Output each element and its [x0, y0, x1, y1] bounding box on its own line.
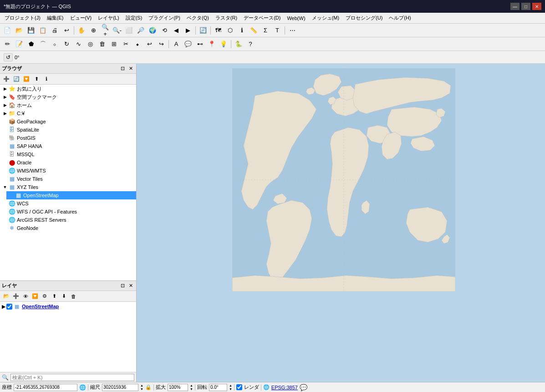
browser-refresh-button[interactable]: 🔄 — [12, 75, 21, 83]
layer-settings-button[interactable]: ⚙ — [40, 292, 49, 300]
scale-spinner[interactable]: ▲ ▼ — [140, 384, 143, 391]
zoom-out-button[interactable]: 🔍- — [112, 25, 122, 36]
python-button[interactable]: 🐍 — [233, 39, 244, 49]
simplify-button[interactable]: ∿ — [73, 39, 84, 49]
digitize-button[interactable]: ✏ — [2, 39, 13, 49]
add-ring-button[interactable]: ◎ — [85, 39, 96, 49]
tree-item-geopackage[interactable]: 📦 GeoPackage — [0, 117, 136, 126]
zoom-previous-button[interactable]: ◀ — [171, 25, 182, 36]
zoom-selected-button[interactable]: ⬜ — [123, 25, 134, 36]
crs-label[interactable]: EPSG:3857 — [271, 385, 298, 390]
rotation-spinner[interactable]: ▲ ▼ — [229, 384, 232, 391]
help-button[interactable]: ? — [245, 39, 256, 49]
tree-item-cdrive[interactable]: ▶ 📁 C:¥ — [0, 109, 136, 117]
filter-layer-button[interactable]: 🔽 — [31, 292, 40, 300]
print-button[interactable]: 🖨 — [49, 25, 60, 36]
layers-panel-close-button[interactable]: ✕ — [127, 282, 134, 290]
menu-database[interactable]: データベース(D) — [241, 14, 283, 22]
zoom-next-button[interactable]: ▶ — [183, 25, 194, 36]
menu-processing[interactable]: プロセシング(U) — [343, 14, 385, 22]
browser-info-button[interactable]: ℹ — [42, 75, 51, 83]
scale-up-icon[interactable]: ▲ — [140, 384, 143, 387]
merge-button[interactable]: ⊞ — [108, 39, 119, 49]
magnify-down-icon[interactable]: ▼ — [190, 387, 193, 391]
vertex-button[interactable]: ⬥ — [132, 39, 143, 49]
move-down-button[interactable]: ⬇ — [59, 292, 68, 300]
move-up-button[interactable]: ⬆ — [50, 292, 59, 300]
add-layer-button[interactable]: ➕ — [11, 292, 20, 300]
open-project-button[interactable]: 📂 — [14, 25, 25, 36]
menu-layer[interactable]: レイヤ(L) — [95, 14, 122, 22]
zoom-layer-button[interactable]: 🔎 — [135, 25, 146, 36]
browser-panel-close-button[interactable]: ✕ — [127, 65, 134, 72]
menu-help[interactable]: ヘルプ(H) — [386, 14, 413, 22]
measure-button[interactable]: 📏 — [248, 25, 259, 36]
tree-item-spatialite[interactable]: 🗄 SpatiaLite — [0, 126, 136, 134]
tree-item-xyz-tiles[interactable]: ▼ ▦ XYZ Tiles — [0, 183, 136, 191]
tree-item-home[interactable]: ▶ 🏠 ホーム — [0, 101, 136, 109]
open-layer-button[interactable]: 📂 — [2, 292, 11, 300]
more-button[interactable]: ⋯ — [287, 25, 298, 36]
menu-plugins[interactable]: プラグイン(P) — [146, 14, 183, 22]
menu-view[interactable]: ビュー(V) — [67, 14, 95, 22]
menu-mesh[interactable]: メッシュ(M) — [309, 14, 342, 22]
menu-edit[interactable]: 編集(E) — [44, 14, 66, 22]
redo-edit-button[interactable]: ↪ — [156, 39, 167, 49]
show-tips-button[interactable]: 💡 — [218, 39, 229, 49]
magnify-up-icon[interactable]: ▲ — [190, 384, 193, 387]
messages-icon[interactable]: 💬 — [300, 384, 307, 391]
render-checkbox[interactable] — [236, 384, 242, 390]
menu-raster[interactable]: ラスタ(R) — [213, 14, 240, 22]
zoom-in-button[interactable]: 🔍+ — [100, 25, 111, 36]
digitize2-button[interactable]: ⬦ — [49, 39, 60, 49]
zoom-all-button[interactable]: 🌍 — [147, 25, 158, 36]
close-button[interactable]: ✕ — [532, 3, 541, 10]
layers-panel-float-button[interactable]: ⊡ — [119, 282, 126, 290]
browser-panel-float-button[interactable]: ⊡ — [119, 65, 126, 72]
tree-item-saphana[interactable]: ▦ SAP HANA — [0, 142, 136, 150]
browser-add-button[interactable]: ➕ — [2, 75, 11, 83]
coord-input[interactable] — [14, 384, 77, 391]
save-as-button[interactable]: 📋 — [37, 25, 48, 36]
tree-item-postgis[interactable]: 🐘 PostGIS — [0, 134, 136, 142]
tree-item-arcgis[interactable]: 🌐 ArcGIS REST Servers — [0, 216, 136, 224]
magnify-spinner[interactable]: ▲ ▼ — [190, 384, 193, 391]
tree-item-openstreetmap[interactable]: ▦ OpenStreetMap — [6, 191, 136, 199]
move-label-button[interactable]: ⊷ — [194, 39, 205, 49]
tree-item-favorites[interactable]: ▶ ⭐ お気に入り — [0, 85, 136, 93]
tree-item-mssql[interactable]: 🗄 MSSQL — [0, 150, 136, 158]
browser-filter-button[interactable]: 🔽 — [22, 75, 31, 83]
tree-item-wms[interactable]: 🌐 WMS/WMTS — [0, 167, 136, 175]
menu-settings[interactable]: 設定(S) — [123, 14, 145, 22]
show-layer-button[interactable]: 👁 — [21, 292, 30, 300]
annotation-button[interactable]: 💬 — [183, 39, 194, 49]
identify-button[interactable]: ℹ — [236, 25, 247, 36]
layer-item-osm[interactable]: ▶ ▦ OpenStreetMap — [0, 302, 136, 311]
pan-map-button[interactable]: ⊕ — [88, 25, 99, 36]
scale-input[interactable] — [102, 384, 138, 391]
minimize-button[interactable]: — — [510, 3, 520, 10]
undo-button[interactable]: ↩ — [61, 25, 72, 36]
scale-down-icon[interactable]: ▼ — [140, 387, 143, 391]
tree-item-wcs[interactable]: 🌐 WCS — [0, 199, 136, 208]
undo-edit-button[interactable]: ↩ — [144, 39, 155, 49]
delete-button[interactable]: 🗑 — [97, 39, 107, 49]
sum-button[interactable]: Σ — [260, 25, 271, 36]
refresh-button[interactable]: 🔄 — [198, 25, 209, 36]
label-button[interactable]: A — [171, 39, 182, 49]
maximize-button[interactable]: □ — [521, 3, 530, 10]
save-project-button[interactable]: 💾 — [25, 25, 36, 36]
menu-project[interactable]: プロジェクト(J) — [2, 14, 43, 22]
pan-button[interactable]: ✋ — [76, 25, 87, 36]
new-project-button[interactable]: 📄 — [2, 25, 13, 36]
search-input[interactable] — [10, 374, 134, 381]
map-area[interactable] — [137, 64, 545, 382]
deselect-button[interactable]: ⬡ — [224, 25, 235, 36]
split-button[interactable]: ✂ — [120, 39, 131, 49]
rotate-ccw-button[interactable]: ↺ — [4, 53, 13, 61]
edit-button[interactable]: 📝 — [14, 39, 25, 49]
layer-visibility-checkbox[interactable] — [6, 304, 12, 310]
curve-button[interactable]: ⌒ — [37, 39, 48, 49]
rotation-input[interactable] — [209, 384, 227, 391]
layer-osm-name[interactable]: OpenStreetMap — [22, 304, 59, 309]
